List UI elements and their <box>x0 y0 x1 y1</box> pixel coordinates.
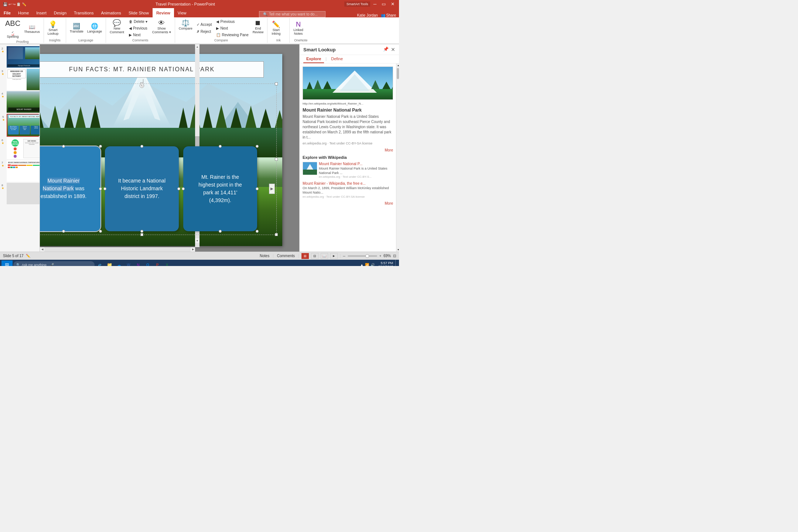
restore-btn[interactable]: ▭ <box>380 1 387 7</box>
tab-review[interactable]: Review <box>153 8 174 17</box>
zoom-minus[interactable]: ─ <box>343 254 345 258</box>
slide-thumb-2[interactable]: 2 ★ Olympic Peninsula <box>7 46 39 68</box>
tab-transitions[interactable]: Transitions <box>70 8 97 17</box>
slide-title-box[interactable]: FUN FACTS: MT. RAINIER NATIONAL PARK <box>40 61 264 78</box>
sl-tab-define[interactable]: Define <box>328 55 346 63</box>
delete-comment-btn[interactable]: 🗑Delete ▾ <box>127 18 149 25</box>
tab-view[interactable]: View <box>174 8 190 17</box>
prev-change-btn[interactable]: ◀Previous <box>214 18 250 25</box>
compare-btn[interactable]: ⚖️ Compare <box>177 19 194 31</box>
fact-box-2[interactable]: It became a National Historic Landmark d… <box>105 146 179 231</box>
scroll-left-btn[interactable]: ◀ <box>40 247 44 252</box>
fact3-handle-b[interactable] <box>219 230 222 233</box>
tab-insert[interactable]: Insert <box>33 8 50 17</box>
fact3-handle-br[interactable] <box>256 230 259 233</box>
nav-right-arrow[interactable]: ▶ <box>269 184 275 194</box>
next-comment-btn[interactable]: ▶Next <box>127 32 149 38</box>
tab-file[interactable]: File <box>0 8 14 17</box>
horizontal-scrollbar[interactable]: ◀ ▶ <box>40 247 195 252</box>
wiki-link-1[interactable]: Mount Rainier National P... <box>319 162 393 166</box>
slide-thumb-5[interactable]: 5 ★ FUN FACTS: MT. RAINIER NATIONAL PARK… <box>7 114 39 137</box>
taskbar-search[interactable]: 🔍 Ask me anything 🎤 <box>13 261 95 266</box>
zoom-slider[interactable] <box>348 255 377 257</box>
sl-scrollbar[interactable]: ▲ ▼ <box>396 64 399 252</box>
end-review-btn[interactable]: ⏹ EndReview <box>251 19 265 35</box>
tray-icons[interactable]: ▲ <box>360 263 364 266</box>
close-btn[interactable]: ✕ <box>389 1 396 7</box>
thesaurus-btn[interactable]: 📖 Thesaurus <box>23 24 41 34</box>
taskbar-onenote[interactable]: N <box>134 260 143 266</box>
slide-thumb-4[interactable]: 4 ★ MOUNT RAINIER <box>7 91 39 113</box>
fact2-handle-t[interactable] <box>140 145 143 148</box>
scroll-up-btn[interactable]: ▲ <box>195 44 200 49</box>
linked-notes-btn[interactable]: N LinkedNotes <box>292 20 305 36</box>
fact2-handle-r[interactable] <box>177 187 180 190</box>
tab-slideshow[interactable]: Slide Show <box>125 8 153 17</box>
minimize-btn[interactable]: ─ <box>372 1 378 7</box>
zoom-plus[interactable]: + <box>379 254 381 258</box>
translate-btn[interactable]: 🔤 Translate <box>68 23 85 34</box>
mic-icon[interactable]: 🎤 <box>50 263 54 266</box>
wiki-link-2[interactable]: Mount Rainier - Wikipedia, the free e... <box>303 181 393 185</box>
prev-comment-btn[interactable]: ◀Previous <box>127 25 149 31</box>
fact3-handle-tr[interactable] <box>256 145 259 148</box>
taskbar-outlook[interactable]: O <box>143 260 152 266</box>
taskbar-folder[interactable]: 📁 <box>105 260 114 266</box>
taskbar-edge[interactable]: ℯ <box>95 260 104 266</box>
sl-more-btn[interactable]: More <box>303 148 393 152</box>
sl-scroll-up[interactable]: ▲ <box>396 64 399 67</box>
notes-btn[interactable]: Notes <box>259 253 270 258</box>
smart-lookup-pin[interactable]: 📌 <box>383 47 389 52</box>
smart-lookup-btn[interactable]: 💡 SmartLookup <box>46 20 60 36</box>
fact1-handle-t[interactable] <box>62 145 65 148</box>
sl-tab-explore[interactable]: Explore <box>303 55 324 63</box>
share-btn[interactable]: 👥 Share <box>381 13 396 17</box>
tab-home[interactable]: Home <box>14 8 33 17</box>
spelling-btn[interactable]: ABC✓ Spelling <box>4 19 22 39</box>
sl-more2-btn[interactable]: More <box>303 201 393 205</box>
reading-view-btn[interactable]: 📖 <box>321 253 328 259</box>
tell-me-search[interactable]: 🔍Tell me what you want to do... <box>259 11 325 17</box>
tray-volume[interactable]: 🔊 <box>371 263 375 266</box>
fact1-handle-b[interactable] <box>62 230 65 233</box>
tab-animations[interactable]: Animations <box>97 8 125 17</box>
fact3-handle-l[interactable] <box>182 187 185 190</box>
sl-scroll-thumb[interactable] <box>397 68 399 79</box>
fact2-handle-l[interactable] <box>103 187 106 190</box>
start-inking-btn[interactable]: ✏️ StartInking <box>270 20 282 36</box>
accept-btn[interactable]: ✓Accept <box>195 21 214 28</box>
tray-network[interactable]: 📶 <box>365 263 369 266</box>
scroll-right-btn[interactable]: ▶ <box>191 247 195 252</box>
fact3-handle-t[interactable] <box>219 145 222 148</box>
slide-thumb-8[interactable]: 8 ★ <box>7 183 39 204</box>
taskbar-powerpoint[interactable]: P <box>153 260 162 266</box>
reviewing-pane-btn[interactable]: 📋Reviewing Pane <box>214 32 250 38</box>
show-desktop-btn[interactable] <box>395 260 398 266</box>
user-name[interactable]: Katie Jordan <box>357 13 378 17</box>
rotate-handle[interactable]: ↻ <box>142 79 144 88</box>
fact2-handle-b[interactable] <box>140 230 143 233</box>
taskbar-onedrive[interactable]: ☁ <box>115 260 123 266</box>
fact-box-1[interactable]: Mount Rainier National Park was establis… <box>40 146 100 231</box>
show-comments-btn[interactable]: 👁 ShowComments ▾ <box>151 19 173 35</box>
tab-design[interactable]: Design <box>50 8 70 17</box>
slide-thumb-6[interactable]: 6 ★ TRAILVISTAS DAY HIKING <box>7 138 39 159</box>
language-btn[interactable]: 🌐 Language <box>86 23 103 34</box>
comments-btn[interactable]: Comments <box>276 253 296 258</box>
tab-design2[interactable]: Design <box>190 8 210 17</box>
slide-edit-icon[interactable]: ✏️ <box>26 254 30 258</box>
fact-box-3[interactable]: Mt. Rainer is the highest point in the p… <box>183 146 257 231</box>
zoom-level[interactable]: 69% <box>383 254 391 258</box>
slideshow-btn[interactable]: ▶ <box>330 253 338 259</box>
scroll-down-btn[interactable]: ▼ <box>195 238 200 243</box>
new-comment-btn[interactable]: 💬 NewComment <box>108 19 126 35</box>
slide-thumb-7[interactable]: 7 ★ MOUNT RAINIER AVERAGE TEMPERATURES <box>7 160 39 182</box>
fact1-handle-br[interactable] <box>99 230 102 233</box>
smart-lookup-close-btn[interactable]: ✕ <box>391 47 395 52</box>
slide-thumb-3[interactable]: 3 ★ WEEKEND ORHOLIDAYGETAWAY Lorem ipsum… <box>7 69 39 90</box>
reject-btn[interactable]: ✗Reject <box>195 28 214 35</box>
tab-format[interactable]: Format <box>210 8 231 17</box>
fit-to-window-btn[interactable]: ⊡ <box>393 254 396 258</box>
slide-sorter-btn[interactable]: ⊟ <box>311 253 318 259</box>
start-btn[interactable]: ⊞ <box>1 260 13 266</box>
